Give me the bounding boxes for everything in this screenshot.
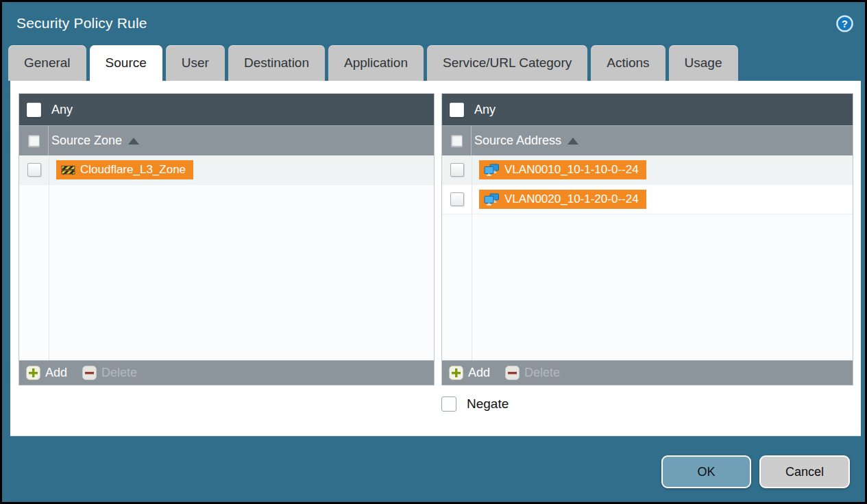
source-zone-add-button[interactable]: Add (26, 366, 67, 380)
checkbox-column-divider (49, 155, 49, 360)
source-address-select-all-checkbox[interactable] (451, 135, 463, 147)
tab-service-url-category[interactable]: Service/URL Category (427, 45, 587, 81)
negate-checkbox[interactable] (441, 396, 456, 412)
table-row[interactable]: VLAN0010_10-1-10-0--24 (442, 155, 853, 185)
address-icon (484, 164, 500, 176)
row-checkbox-cell (442, 185, 472, 214)
source-address-any-header: Any (442, 94, 853, 125)
source-zone-any-label: Any (51, 103, 73, 117)
address-icon (484, 193, 500, 205)
help-icon[interactable]: ? (835, 14, 854, 33)
zone-icon (61, 164, 75, 175)
source-address-panel: Any Source Address (441, 93, 853, 386)
tab-destination[interactable]: Destination (228, 45, 325, 81)
tab-source[interactable]: Source (90, 45, 162, 81)
negate-label: Negate (467, 396, 509, 412)
tab-general[interactable]: General (8, 45, 86, 81)
source-zone-toolbar: Add Delete (19, 360, 434, 385)
source-zone-column-header[interactable]: Source Zone (19, 125, 434, 155)
tab-usage[interactable]: Usage (669, 45, 738, 81)
row-checkbox[interactable] (450, 163, 464, 177)
row-checkbox-cell (19, 155, 49, 184)
tab-content-source: Any Source Zone (10, 81, 861, 436)
tab-application[interactable]: Application (328, 45, 424, 81)
address-object-label: VLAN0020_10-1-20-0--24 (504, 192, 639, 206)
source-zone-any-header: Any (19, 94, 434, 125)
add-icon (26, 366, 40, 380)
ok-button[interactable]: OK (661, 455, 751, 488)
delete-button-label: Delete (101, 366, 137, 380)
table-row[interactable]: Cloudflare_L3_Zone (19, 155, 434, 185)
source-zone-any-checkbox[interactable] (27, 103, 41, 117)
svg-text:?: ? (842, 18, 848, 29)
negate-row: Negate (441, 396, 509, 412)
dialog-tabs: General Source User Destination Applicat… (8, 45, 738, 81)
cancel-button[interactable]: Cancel (759, 455, 850, 488)
source-zone-table-body: Cloudflare_L3_Zone (19, 155, 434, 360)
row-checkbox-cell (442, 155, 472, 184)
source-address-column-header[interactable]: Source Address (442, 125, 853, 155)
source-address-delete-button[interactable]: Delete (505, 366, 560, 380)
source-address-column-label: Source Address (474, 134, 561, 148)
checkbox-column-divider (472, 155, 472, 360)
source-address-any-label: Any (474, 103, 496, 117)
zone-object-pill[interactable]: Cloudflare_L3_Zone (56, 160, 193, 179)
source-address-table-body: VLAN0010_10-1-10-0--24 (442, 155, 853, 360)
source-zone-delete-button[interactable]: Delete (82, 366, 137, 380)
delete-button-label: Delete (524, 366, 560, 380)
source-zone-select-all-checkbox[interactable] (28, 135, 40, 147)
source-zone-panel: Any Source Zone (19, 93, 435, 386)
add-button-label: Add (45, 366, 67, 380)
zone-object-label: Cloudflare_L3_Zone (80, 163, 186, 177)
address-object-pill[interactable]: VLAN0010_10-1-10-0--24 (479, 160, 646, 179)
sort-ascending-icon (567, 138, 578, 144)
source-address-header-checkbox-cell (442, 126, 472, 155)
delete-icon (82, 366, 97, 380)
add-button-label: Add (468, 366, 490, 380)
table-row[interactable]: VLAN0020_10-1-20-0--24 (442, 185, 853, 214)
dialog-titlebar: Security Policy Rule ? (2, 2, 865, 45)
dialog-title: Security Policy Rule (16, 15, 147, 32)
source-address-add-button[interactable]: Add (449, 366, 490, 380)
tab-user[interactable]: User (166, 45, 225, 81)
security-policy-rule-dialog: Security Policy Rule ? General Source Us… (0, 0, 867, 504)
source-address-toolbar: Add Delete (442, 360, 853, 385)
row-checkbox[interactable] (450, 192, 464, 206)
address-object-pill[interactable]: VLAN0020_10-1-20-0--24 (479, 190, 646, 209)
add-icon (449, 366, 463, 380)
source-address-any-checkbox[interactable] (450, 103, 464, 117)
source-zone-column-label: Source Zone (51, 134, 122, 148)
sort-ascending-icon (128, 138, 139, 144)
source-zone-header-checkbox-cell (19, 126, 49, 155)
address-object-label: VLAN0010_10-1-10-0--24 (504, 163, 639, 177)
row-checkbox[interactable] (27, 163, 41, 177)
delete-icon (505, 366, 520, 380)
tab-actions[interactable]: Actions (591, 45, 665, 81)
